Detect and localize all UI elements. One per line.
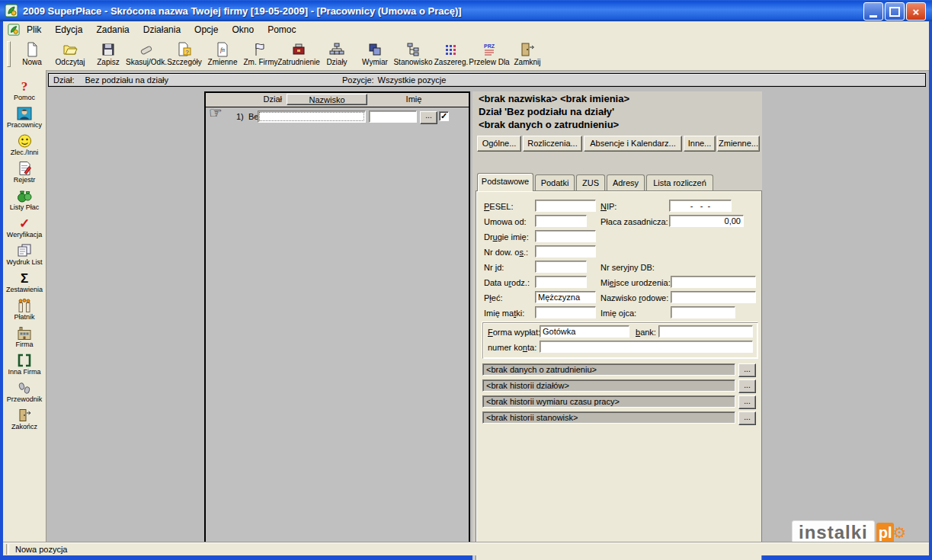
menu-pomoc[interactable]: Pomoc: [261, 22, 303, 37]
sidebar-item-listy-plac[interactable]: Listy Płac: [3, 186, 46, 213]
tab-zus[interactable]: ZUS: [576, 174, 605, 190]
print-pages-icon: [17, 243, 32, 258]
plec-input[interactable]: [535, 291, 596, 303]
toolbar-szczegoly-button[interactable]: ? Szczegóły: [165, 38, 203, 70]
toolbar-wymiar-button[interactable]: Wymiar: [356, 38, 394, 70]
toolbar-dzialy-button[interactable]: Działy: [318, 38, 356, 70]
placa-label: Płaca zasadnicza:: [601, 217, 668, 226]
nip-input[interactable]: [669, 200, 732, 212]
footprints-icon: [17, 380, 32, 395]
column-nazwisko-button[interactable]: Nazwisko: [287, 94, 367, 105]
other-company-icon: [17, 353, 32, 368]
bank-input[interactable]: [658, 325, 753, 338]
menu-opcje[interactable]: Opcje: [187, 22, 225, 37]
nr-jd-input[interactable]: [535, 261, 587, 273]
dzial-filter-value[interactable]: Bez podziału na działy: [85, 75, 168, 85]
toolbar-przelew-button[interactable]: PRZ Przelew Dla: [470, 38, 508, 70]
payment-group-box: Forma wypłat: bank: numer konta:: [482, 322, 758, 359]
drugie-imie-input[interactable]: [535, 230, 596, 242]
nr-jd-label: Nr jd:: [484, 263, 504, 272]
sidebar-item-pracownicy[interactable]: Pracownicy: [3, 104, 46, 131]
numer-konta-input[interactable]: [540, 341, 753, 353]
positions-history-button[interactable]: ...: [738, 411, 756, 425]
pesel-input[interactable]: [535, 200, 596, 212]
row-nazwisko-input[interactable]: [258, 110, 366, 123]
rozliczenia-button[interactable]: Rozliczenia...: [523, 136, 582, 152]
column-dzial[interactable]: Dział: [236, 94, 282, 104]
sidebar-item-platnik[interactable]: Płatnik: [3, 296, 46, 323]
sigma-icon: Σ: [21, 270, 28, 286]
absencje-button[interactable]: Absencje i Kalendarz...: [584, 136, 682, 152]
menu-edycja[interactable]: Edycja: [48, 22, 89, 37]
menu-zadania[interactable]: Zadania: [89, 22, 136, 37]
sidebar-item-zlec-inni[interactable]: Zlec./Inni: [3, 131, 46, 158]
menu-dzialania[interactable]: Działania: [136, 22, 187, 37]
toolbar-odczytaj-button[interactable]: Odczytaj: [51, 38, 89, 70]
register-pencil-icon: [18, 161, 32, 176]
worktime-history-button[interactable]: ...: [738, 395, 756, 409]
toolbar-skasuj-button[interactable]: Skasuj/Odk.: [127, 38, 165, 70]
hand-pointer-icon: ☞: [209, 105, 223, 120]
toolbar-grip[interactable]: [7, 41, 11, 67]
sidebar-item-pomoc[interactable]: ? Pomoc: [3, 76, 46, 104]
tab-adresy[interactable]: Adresy: [607, 174, 645, 190]
sidebar-item-wydruk-list[interactable]: Wydruk List: [3, 241, 46, 268]
employment-history-button[interactable]: ...: [738, 363, 756, 377]
menu-plik[interactable]: Plik: [20, 22, 48, 37]
pozycje-filter-label: Pozycje:: [342, 75, 374, 85]
red-check-icon: ✓: [19, 216, 30, 231]
minimize-button[interactable]: [863, 2, 883, 21]
sidebar-item-firma[interactable]: Firma: [3, 323, 46, 350]
row-active-checkbox[interactable]: ✓: [439, 111, 449, 121]
column-imie[interactable]: Imię: [368, 94, 460, 104]
nazwisko-rodowe-input[interactable]: [671, 291, 756, 303]
toolbar-zatrudnienie-button[interactable]: Zatrudnienie: [280, 38, 318, 70]
maximize-button[interactable]: [885, 2, 905, 21]
exit-door-icon: [17, 408, 32, 423]
title-bar[interactable]: 2009 SuperPłace - Skrócona nazwa Twojej …: [0, 0, 932, 21]
tab-podstawowe[interactable]: Podstawowe: [477, 173, 533, 191]
imie-matki-input[interactable]: [535, 306, 596, 318]
ogolne-button[interactable]: Ogólne...: [477, 136, 521, 152]
dimension-icon: [367, 42, 383, 57]
sidebar-item-zakoncz[interactable]: Zakończ: [3, 405, 46, 433]
data-urodz-input[interactable]: [535, 276, 587, 288]
toolbar-zmfirmy-button[interactable]: Zm. Firmy: [242, 38, 280, 70]
podstawowe-tab-page: PESEL: Umowa od: Drugie imię: Nr dow. os…: [476, 190, 762, 560]
row-imie-input[interactable]: [369, 110, 417, 123]
sidebar-item-inna-firma[interactable]: Inna Firma: [3, 350, 46, 378]
inne-button[interactable]: Inne...: [684, 136, 716, 152]
nr-dow-input[interactable]: [535, 245, 596, 258]
toolbar-zaszereg-button[interactable]: Zaszereg.: [432, 38, 470, 70]
toolbar-zamknij-button[interactable]: Zamknij: [508, 38, 546, 70]
sidebar-item-przewodnik[interactable]: Przewodnik: [3, 378, 46, 405]
placa-input[interactable]: [669, 215, 744, 227]
sidebar: ? Pomoc Pracownicy Zlec./Inni Rejestr Li…: [3, 70, 46, 542]
toolbar-zapisz-button[interactable]: Zapisz: [89, 38, 127, 70]
departments-history-button[interactable]: ...: [738, 379, 756, 393]
mdi-child-icon[interactable]: [8, 24, 20, 36]
zmienne-button[interactable]: Zmienne...: [717, 136, 760, 152]
sidebar-item-rejestr[interactable]: Rejestr: [3, 158, 46, 186]
money-bags-icon: [17, 188, 33, 203]
sidebar-item-weryfikacja[interactable]: ✓ Weryfikacja: [3, 213, 46, 241]
smiley-icon: [18, 133, 32, 149]
plec-label: Płeć:: [484, 293, 502, 302]
tab-podatki[interactable]: Podatki: [535, 174, 575, 190]
svg-text:PRZ: PRZ: [484, 43, 495, 49]
toolbar-zmienne-button[interactable]: fn Zmienne: [203, 38, 242, 70]
menu-okno[interactable]: Okno: [225, 22, 261, 37]
forma-wyplat-input[interactable]: [540, 325, 629, 338]
pozycje-filter-value[interactable]: Wszystkie pozycje: [378, 75, 447, 85]
umowa-od-input[interactable]: [535, 215, 587, 227]
toolbar-stanowisko-button[interactable]: Stanowisko: [394, 38, 432, 70]
sidebar-item-zestawienia[interactable]: Σ Zestawienia: [3, 268, 46, 296]
row-more-button[interactable]: ...: [420, 111, 437, 124]
close-button[interactable]: ×: [906, 2, 926, 21]
imie-ojca-input[interactable]: [671, 306, 735, 318]
miejsce-urodzenia-input[interactable]: [671, 276, 756, 288]
employment-history-bar: <brak danych o zatrudnieniu>: [482, 363, 735, 376]
detail-employment-line: <brak danych o zatrudnieniu>: [479, 119, 619, 130]
toolbar-nowa-button[interactable]: Nowa: [13, 38, 51, 70]
tab-lista-rozliczen[interactable]: Lista rozliczeń: [646, 174, 713, 190]
